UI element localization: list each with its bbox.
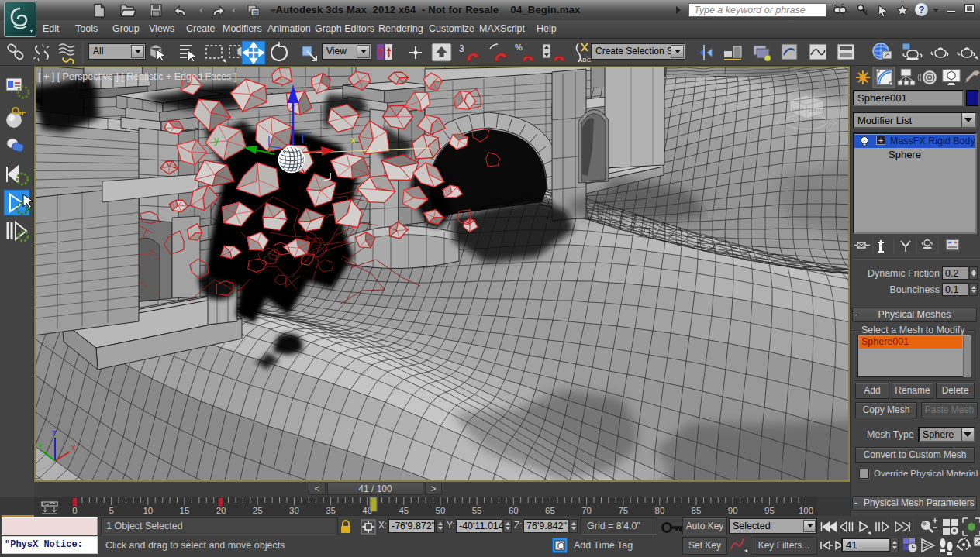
svg-text:%: %: [515, 43, 523, 52]
svg-text:x: x: [350, 134, 356, 146]
svg-text:50: 50: [436, 506, 446, 515]
svg-text:70: 70: [581, 506, 592, 515]
svg-text:55: 55: [472, 506, 482, 515]
svg-text:5: 5: [109, 506, 113, 515]
svg-text:0: 0: [72, 506, 77, 515]
svg-text:20: 20: [216, 506, 226, 515]
svg-text:45: 45: [399, 506, 409, 515]
svg-text:30: 30: [289, 506, 299, 515]
svg-text:3: 3: [459, 43, 464, 54]
svg-text:90: 90: [728, 506, 738, 515]
svg-text:100: 100: [799, 506, 813, 515]
svg-text:10: 10: [143, 506, 153, 515]
svg-text:y: y: [38, 440, 43, 449]
svg-text:x: x: [71, 442, 76, 452]
svg-text:95: 95: [764, 506, 775, 515]
svg-text:80: 80: [655, 506, 665, 515]
svg-text:85: 85: [692, 506, 702, 515]
svg-text:z: z: [52, 428, 57, 437]
svg-text:65: 65: [545, 506, 555, 515]
svg-text:ABC: ABC: [578, 57, 592, 64]
svg-text:15: 15: [180, 506, 190, 515]
svg-text:35: 35: [326, 506, 336, 515]
svg-text:75: 75: [618, 506, 628, 515]
svg-text:y: y: [214, 134, 219, 146]
svg-text:25: 25: [253, 506, 263, 515]
svg-text:60: 60: [509, 506, 519, 515]
svg-text:[ + ] [ Perspective ] [ Realis: [ + ] [ Perspective ] [ Realistic + Edge…: [38, 71, 236, 82]
svg-text:FRONT: FRONT: [809, 108, 825, 113]
svg-text:LEFT: LEFT: [792, 107, 804, 112]
